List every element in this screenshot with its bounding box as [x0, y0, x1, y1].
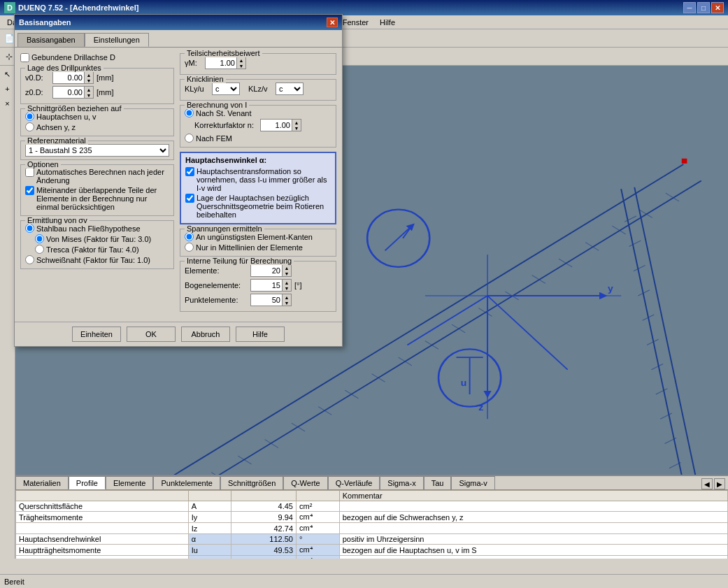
elemente-row: Elemente: ▲ ▼ — [185, 264, 331, 277]
hauptachsen-cb2-row: Lage der Hauptachsen bezüglich Querschni… — [185, 194, 331, 219]
korrektur-down[interactable]: ▼ — [292, 125, 301, 131]
v0d-input[interactable] — [52, 71, 84, 84]
referenz-section: Referenzmaterial 1 - Baustahl S 235 — [20, 141, 174, 160]
v0d-unit: [mm] — [97, 73, 113, 82]
teilsicherheit-title: Teilsicherheitsbeiwert — [185, 49, 262, 57]
bogenelemente-label: Bogenelemente: — [185, 281, 248, 289]
punktelemente-spinner[interactable]: ▲ ▼ — [282, 294, 292, 306]
schnittgroessen-title: Schnittgrößen beziehen auf — [25, 104, 124, 113]
erm-opt2-label: Schweißnaht (Faktor für Tau: 1.0) — [36, 256, 150, 264]
erm-opt1-row: Stahlbau nach Fließhypothese — [25, 224, 169, 233]
dialog-buttons: Einheiten OK Abbruch Hilfe — [15, 322, 342, 346]
bogenelemente-spinner[interactable]: ▲ ▼ — [282, 279, 292, 292]
spann-opt1-row: An ungünstigsten Element-Kanten — [185, 232, 331, 241]
korrekturfaktor-row: Korrekturfaktor n: ▲ ▼ — [194, 119, 331, 131]
knicklinien-title: Knicklinien — [185, 75, 226, 83]
erm-sub1-row: Von Mises (Faktor für Tau: 3.0) — [35, 234, 169, 243]
v0d-down[interactable]: ▼ — [85, 78, 93, 83]
punktelemente-label: Punktelemente: — [185, 296, 248, 304]
erm-sub1-label: Von Mises (Faktor für Tau: 3.0) — [46, 235, 151, 243]
erm-opt2-row: Schweißnaht (Faktor für Tau: 1.0) — [25, 255, 169, 264]
referenz-select[interactable]: 1 - Baustahl S 235 — [25, 144, 169, 157]
spann-radio2[interactable] — [185, 243, 194, 252]
korrektur-label: Korrekturfaktor n: — [194, 121, 257, 129]
ok-button[interactable]: OK — [127, 327, 176, 342]
gamma-row: γM: ▲ ▼ — [185, 57, 331, 69]
gamma-up[interactable]: ▲ — [237, 57, 245, 63]
erm-radio1[interactable] — [25, 224, 34, 233]
interne-section: Interne Teilung für Berechnung Elemente:… — [180, 261, 336, 312]
korrektur-spinner[interactable]: ▲ ▼ — [292, 119, 301, 131]
kl-row: KLy/u c KLz/v c — [185, 83, 331, 95]
elemente-down[interactable]: ▼ — [283, 271, 291, 276]
hauptachsen-cb1[interactable] — [185, 167, 194, 176]
dialog-left: Gebundene Drillachse D Lage des Drillpun… — [20, 53, 174, 316]
gamma-input-wrap: ▲ ▼ — [205, 57, 246, 69]
elemente-input[interactable] — [250, 264, 282, 277]
erm-radio2[interactable] — [25, 255, 34, 264]
gamma-label: γM: — [185, 59, 202, 67]
referenz-title: Referenzmaterial — [25, 136, 88, 145]
gamma-input[interactable] — [205, 57, 236, 69]
klzv-select[interactable]: c — [276, 83, 304, 95]
z0d-row: z0.D: ▲ ▼ [mm] — [25, 86, 169, 99]
opt1-label: Automatisches Berechnen nach jeder Änder… — [36, 168, 169, 185]
drillpunkt-title: Lage des Drillpunktes — [25, 64, 104, 72]
z0d-down[interactable]: ▼ — [85, 92, 93, 98]
elemente-spinner[interactable]: ▲ ▼ — [282, 264, 292, 277]
hilfe-button[interactable]: Hilfe — [236, 327, 285, 342]
schnitt-opt2-label: Achsen y, z — [36, 123, 76, 131]
berech-radio1[interactable] — [185, 108, 194, 117]
hauptachsen-cb1-row: Hauptachsentransformation so vornehmen, … — [185, 167, 331, 192]
elemente-label: Elemente: — [185, 266, 248, 275]
hauptachsen-title: Hauptachsenwinkel α: — [185, 156, 331, 164]
schnitt-opt1-label: Hauptachsen u, v — [36, 113, 97, 121]
gamma-spinner[interactable]: ▲ ▼ — [236, 57, 246, 69]
optionen-title: Optionen — [25, 160, 61, 168]
hauptachsen-cb2[interactable] — [185, 194, 194, 203]
abbruch-button[interactable]: Abbruch — [181, 327, 230, 342]
bogenelemente-up[interactable]: ▲ — [283, 280, 291, 285]
korrektur-input[interactable] — [260, 119, 292, 131]
punktelemente-input[interactable] — [250, 294, 282, 306]
erm-sub-radio1[interactable] — [35, 234, 44, 243]
z0d-input-wrap: ▲ ▼ — [52, 86, 94, 99]
drillachse-label: Gebundene Drillachse D — [31, 53, 115, 62]
dialog-tab-basisangaben[interactable]: Basisangaben — [17, 33, 85, 47]
dialog-close-button[interactable]: ✕ — [327, 17, 338, 27]
opt1-row: Automatisches Berechnen nach jeder Änder… — [25, 168, 169, 185]
drillachse-checkbox[interactable] — [20, 53, 29, 62]
bogenelemente-input[interactable] — [250, 279, 282, 292]
schnitt-radio2[interactable] — [25, 122, 34, 131]
dialog-tab-einstellungen[interactable]: Einstellungen — [85, 33, 149, 47]
erm-sub2-row: Tresca (Faktor für Tau: 4.0) — [35, 245, 169, 254]
schnitt-radio1[interactable] — [25, 112, 34, 121]
spann-radio1[interactable] — [185, 232, 194, 241]
spannungen-section: Spannungen ermitteln An ungünstigsten El… — [180, 229, 336, 257]
opt2-row: Miteinander überlappende Teile der Eleme… — [25, 186, 169, 211]
z0d-input[interactable] — [52, 86, 84, 99]
opt1-checkbox[interactable] — [25, 168, 34, 177]
z0d-label: z0.D: — [25, 88, 50, 96]
elemente-up[interactable]: ▲ — [283, 265, 291, 271]
v0d-up[interactable]: ▲ — [85, 72, 93, 78]
z0d-up[interactable]: ▲ — [85, 87, 93, 92]
z0d-spinner[interactable]: ▲ ▼ — [84, 86, 94, 99]
erm-sub-radio2[interactable] — [35, 245, 44, 254]
hauptachsen-box: Hauptachsenwinkel α: Hauptachsentransfor… — [180, 152, 336, 224]
klyu-select[interactable]: c — [212, 83, 240, 95]
erm-opt1-label: Stahlbau nach Fließhypothese — [36, 224, 141, 233]
gamma-down[interactable]: ▼ — [237, 63, 245, 69]
spann-opt2-row: Nur in Mittellinien der Elemente — [185, 243, 331, 252]
einheiten-button[interactable]: Einheiten — [72, 327, 121, 342]
punktelemente-down[interactable]: ▼ — [283, 300, 291, 306]
v0d-row: v0.D: ▲ ▼ [mm] — [25, 71, 169, 84]
berech-radio2[interactable] — [185, 134, 194, 143]
opt2-checkbox[interactable] — [25, 186, 34, 195]
z0d-unit: [mm] — [97, 88, 113, 96]
bogenelemente-down[interactable]: ▼ — [283, 285, 291, 291]
punktelemente-up[interactable]: ▲ — [283, 294, 291, 300]
v0d-spinner[interactable]: ▲ ▼ — [84, 71, 94, 84]
korrektur-up[interactable]: ▲ — [292, 120, 301, 125]
elemente-input-wrap: ▲ ▼ — [250, 264, 292, 277]
